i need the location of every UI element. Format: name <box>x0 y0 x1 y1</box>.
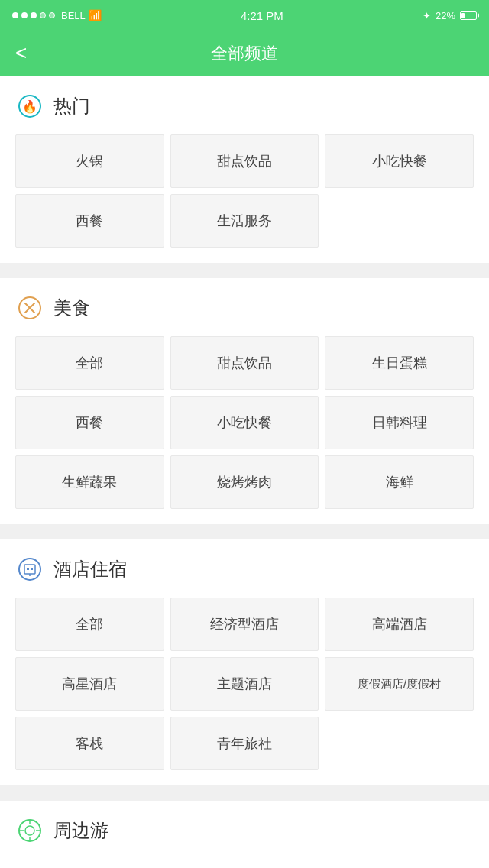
hot-item-shenguo[interactable]: 生活服务 <box>170 194 319 248</box>
nav-bar: < 全部频道 <box>0 31 489 76</box>
back-button[interactable]: < <box>15 41 27 65</box>
svg-rect-6 <box>24 565 35 574</box>
battery-icon <box>460 11 477 20</box>
food-item-xiaochi[interactable]: 小吃快餐 <box>170 396 319 449</box>
section-hot: 🔥 热门 火锅 甜点饮品 小吃快餐 西餐 生活服务 <box>0 76 489 263</box>
hot-item-huoguo[interactable]: 火锅 <box>15 134 164 188</box>
battery-percentage: 22% <box>436 10 455 21</box>
food-item-birthday[interactable]: 生日蛋糕 <box>325 336 474 390</box>
svg-text:🔥: 🔥 <box>22 99 37 114</box>
main-content: 🔥 热门 火锅 甜点饮品 小吃快餐 西餐 生活服务 美食 <box>0 76 489 868</box>
status-bar: BELL 📶 4:21 PM ✦ 22% <box>0 0 489 31</box>
wifi-icon: 📶 <box>89 9 102 21</box>
food-icon <box>15 293 44 322</box>
carrier-label: BELL <box>61 10 86 21</box>
food-item-xican[interactable]: 西餐 <box>15 396 164 449</box>
hotel-item-empty <box>325 717 474 770</box>
hotel-item-gaoxing[interactable]: 高星酒店 <box>15 657 164 711</box>
signal-dot-4 <box>40 12 46 18</box>
section-hot-header: 🔥 热门 <box>15 92 474 121</box>
section-hotel-header: 酒店住宿 <box>15 555 474 584</box>
gap-2 <box>0 532 489 539</box>
hotel-icon <box>15 555 44 584</box>
signal-dot-1 <box>12 12 18 18</box>
svg-rect-7 <box>27 568 29 570</box>
signal-dot-3 <box>31 12 37 18</box>
food-item-shengxian[interactable]: 生鲜蔬果 <box>15 455 164 509</box>
status-right: ✦ 22% <box>423 10 477 21</box>
section-hotel: 酒店住宿 全部 经济型酒店 高端酒店 高星酒店 主题酒店 度假酒店/度假村 客栈… <box>0 539 489 785</box>
bluetooth-icon: ✦ <box>423 10 431 21</box>
svg-rect-8 <box>31 568 33 570</box>
hotel-grid: 全部 经济型酒店 高端酒店 高星酒店 主题酒店 度假酒店/度假村 客栈 青年旅社 <box>15 598 474 770</box>
gap-3 <box>0 793 489 801</box>
hotel-item-zhuti[interactable]: 主题酒店 <box>170 657 319 711</box>
hotel-item-jingji[interactable]: 经济型酒店 <box>170 598 319 651</box>
hot-item-empty <box>325 194 474 248</box>
hotel-item-gaoduan[interactable]: 高端酒店 <box>325 598 474 651</box>
section-hot-title: 热门 <box>53 94 90 118</box>
svg-point-11 <box>25 826 34 835</box>
section-hotel-title: 酒店住宿 <box>53 557 127 581</box>
hot-item-xican[interactable]: 西餐 <box>15 194 164 248</box>
hotel-item-dujia[interactable]: 度假酒店/度假村 <box>325 657 474 711</box>
hot-item-tiandian[interactable]: 甜点饮品 <box>170 134 319 188</box>
hotel-item-kanzhan[interactable]: 客栈 <box>15 717 164 770</box>
status-time: 4:21 PM <box>241 9 283 22</box>
food-item-all[interactable]: 全部 <box>15 336 164 390</box>
section-travel: 周边游 <box>0 801 489 868</box>
travel-icon <box>15 816 44 845</box>
signal-dot-5 <box>49 12 55 18</box>
status-left: BELL 📶 <box>12 9 102 21</box>
signal-dot-2 <box>21 12 28 18</box>
gap-1 <box>0 270 489 278</box>
hot-icon: 🔥 <box>15 92 44 121</box>
food-item-haixian[interactable]: 海鲜 <box>325 455 474 509</box>
hot-item-xiaochi[interactable]: 小吃快餐 <box>325 134 474 188</box>
nav-title: 全部频道 <box>211 42 278 65</box>
section-food-header: 美食 <box>15 293 474 322</box>
section-travel-title: 周边游 <box>53 818 108 843</box>
hotel-item-all[interactable]: 全部 <box>15 598 164 651</box>
food-item-rihan[interactable]: 日韩料理 <box>325 396 474 449</box>
food-grid: 全部 甜点饮品 生日蛋糕 西餐 小吃快餐 日韩料理 生鲜蔬果 烧烤烤肉 海鲜 <box>15 336 474 509</box>
food-item-tiandian[interactable]: 甜点饮品 <box>170 336 319 390</box>
hot-grid: 火锅 甜点饮品 小吃快餐 西餐 生活服务 <box>15 134 474 248</box>
battery-fill <box>461 13 465 18</box>
section-travel-header: 周边游 <box>15 816 474 845</box>
svg-point-5 <box>19 559 40 580</box>
food-item-shaokao[interactable]: 烧烤烤肉 <box>170 455 319 509</box>
hotel-item-qingnian[interactable]: 青年旅社 <box>170 717 319 770</box>
section-food: 美食 全部 甜点饮品 生日蛋糕 西餐 小吃快餐 日韩料理 生鲜蔬果 烧烤烤肉 海… <box>0 278 489 524</box>
section-food-title: 美食 <box>53 296 90 320</box>
